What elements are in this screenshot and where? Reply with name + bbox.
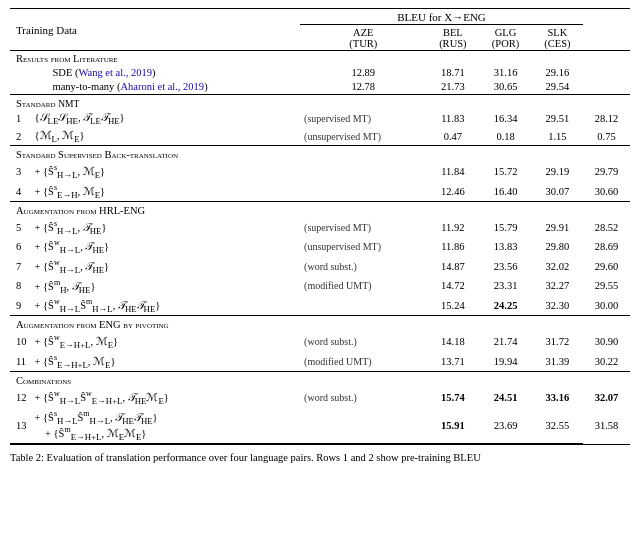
table-row: 11 + {ŜsE→H+L, ℳE} (modified UMT) 13.71 … xyxy=(10,351,630,371)
table-row: 13 + {ŜsH→LŜmH→L, 𝒯HE𝒯HE} + {ŜmE→H+L, ℳE… xyxy=(10,407,630,444)
col-aze: AZE(TUR) xyxy=(300,25,426,51)
col-bel: BEL(RUS) xyxy=(426,25,479,51)
table-caption: Table 2: Evaluation of translation perfo… xyxy=(10,451,630,466)
table-row: 7 + {ŜwH→L, 𝒯HE} (word subst.) 14.87 23.… xyxy=(10,257,630,277)
section-nmt: Standard NMT xyxy=(10,94,630,110)
table-row: SDE (Wang et al., 2019) 12.89 18.71 31.1… xyxy=(10,66,630,80)
table-row: 12 + {ŜwH→LŜwE→H+L, 𝒯HEℳE} (word subst.)… xyxy=(10,388,630,408)
col-glg: GLG(POR) xyxy=(479,25,532,51)
table-row: 8 + {ŜmH, 𝒯HE} (modified UMT) 14.72 23.3… xyxy=(10,276,630,296)
table-bottom-border xyxy=(10,444,630,445)
citation-wang: Wang et al., 2019 xyxy=(78,67,152,78)
table-row: 4 + {ŜsE→H, ℳE} 12.46 16.40 30.07 30.60 xyxy=(10,181,630,201)
table-row: 6 + {ŜwH→L, 𝒯HE} (unsupervised MT) 11.86… xyxy=(10,237,630,257)
training-data-header: Training Data xyxy=(10,9,300,51)
section-back-translation: Standard Supervised Back-translation xyxy=(10,146,630,162)
section-hrl-eng: Augmentation from HRL-ENG xyxy=(10,201,630,217)
main-table: Training Data BLEU for X→ENG AZE(TUR) BE… xyxy=(10,8,630,445)
section-eng-pivoting: Augmentation from ENG by pivoting xyxy=(10,316,630,332)
col-slk: SLK(CES) xyxy=(532,25,583,51)
table-row: 2 {ℳL, ℳE} (unsupervised MT) 0.47 0.18 1… xyxy=(10,127,630,146)
table-row: many-to-many (Aharoni et al., 2019) 12.7… xyxy=(10,80,630,95)
table-row: 1 {𝒮LE𝒮HE, 𝒯LE𝒯HE} (supervised MT) 11.83… xyxy=(10,110,630,127)
section-combinations: Combinations xyxy=(10,372,630,388)
table-row: 5 + {ŜsH→L, 𝒯HE} (supervised MT) 11.92 1… xyxy=(10,217,630,237)
table-row: 10 + {ŜwE→H+L, ℳE} (word subst.) 14.18 2… xyxy=(10,332,630,352)
table-row: 9 + {ŜwH→LŜmH→L, 𝒯HE𝒯HE} 15.24 24.25 32.… xyxy=(10,296,630,316)
citation-aharoni: Aharoni et al., 2019 xyxy=(120,81,204,92)
section-literature: Results from Literature xyxy=(10,51,630,66)
table-row: 3 + {ŜsH→L, ℳE} 11.84 15.72 29.19 29.79 xyxy=(10,162,630,182)
bleu-header: BLEU for X→ENG xyxy=(300,9,583,25)
